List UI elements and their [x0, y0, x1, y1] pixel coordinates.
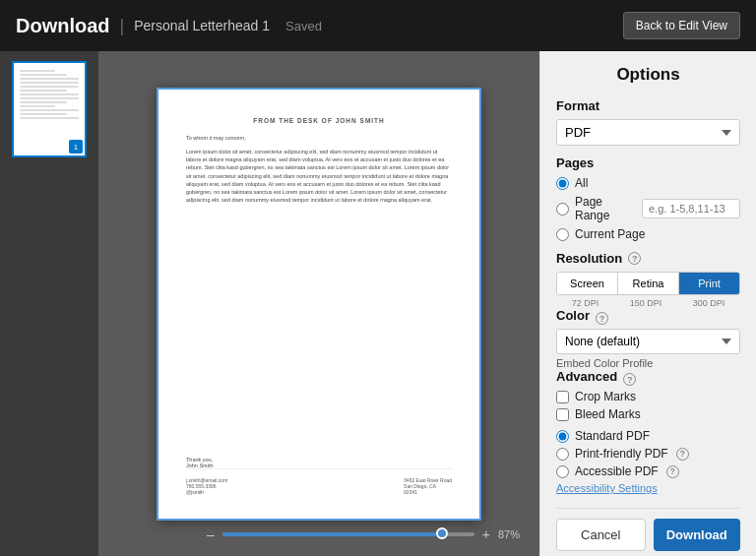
print-friendly-pdf-label: Print-friendly PDF [575, 447, 668, 461]
pages-current-row: Current Page [556, 227, 740, 241]
doc-footer-email: j.smith@email.com [186, 477, 227, 483]
doc-footer-address1: 3462 East River Road [404, 477, 452, 483]
bleed-marks-checkbox[interactable] [556, 408, 569, 421]
thumb-line [20, 93, 79, 95]
print-friendly-pdf-radio[interactable] [556, 448, 569, 461]
thumb-line [20, 105, 55, 107]
thumb-line [20, 117, 79, 119]
page-range-input[interactable] [642, 199, 740, 218]
pages-radio-group: All Page Range Current Page [556, 176, 740, 241]
app-title: Download [16, 15, 110, 37]
thumb-line [20, 74, 67, 76]
doc-footer-left: j.smith@email.com 760.555.3396 @jsmith [186, 477, 227, 495]
color-label: Color [556, 308, 590, 323]
dpi-print: 300 DPI [693, 298, 725, 308]
doc-footer-address3: 92041 [404, 489, 452, 495]
header: Download | Personal Letterhead 1 Saved B… [0, 0, 756, 51]
pages-range-radio[interactable] [556, 203, 569, 216]
dpi-screen: 72 DPI [572, 298, 599, 308]
zoom-in-icon[interactable]: + [482, 526, 490, 542]
accessible-help-icon[interactable]: ? [666, 465, 679, 478]
print-friendly-help-icon[interactable]: ? [676, 448, 689, 461]
zoom-out-icon[interactable]: – [207, 526, 215, 542]
header-divider: | [120, 16, 125, 36]
bleed-marks-label: Bleed Marks [575, 407, 641, 421]
resolution-print-button[interactable]: Print [679, 273, 739, 294]
doc-paragraph: Lorem ipsum dolor sit amet, consectetur … [186, 148, 452, 205]
cancel-button[interactable]: Cancel [556, 519, 646, 551]
thumb-line [20, 101, 67, 103]
pages-range-label: Page Range [575, 195, 636, 222]
document-paper: FROM THE DESK OF JOHN SMITH To whom it m… [157, 88, 481, 521]
accessible-pdf-radio[interactable] [556, 465, 569, 478]
dpi-retina: 150 DPI [630, 298, 662, 308]
standard-pdf-row: Standard PDF [556, 429, 740, 443]
accessibility-settings-link[interactable]: Accessibility Settings [556, 482, 740, 494]
thumb-line [20, 82, 79, 84]
print-friendly-pdf-row: Print-friendly PDF ? [556, 447, 740, 461]
page-number-badge: 1 [69, 140, 83, 154]
zoom-percent: 87% [498, 528, 530, 540]
resolution-screen-button[interactable]: Screen [557, 273, 618, 294]
pages-all-label: All [575, 176, 588, 190]
resolution-group: Screen Retina Print [556, 272, 740, 295]
zoom-slider-fill [222, 532, 442, 536]
doc-salutation: To whom it may concern, [186, 134, 452, 142]
back-to-edit-button[interactable]: Back to Edit View [623, 12, 740, 39]
format-label: Format [556, 98, 740, 113]
zoom-slider-thumb[interactable] [436, 527, 448, 539]
thumb-line [20, 109, 79, 111]
color-select[interactable]: None (default) CMYK RGB [556, 329, 740, 354]
crop-marks-label: Crop Marks [575, 390, 636, 403]
format-select[interactable]: PDF PNG JPEG [556, 119, 740, 146]
color-help-icon[interactable]: ? [596, 312, 608, 325]
options-panel: Options Format PDF PNG JPEG Pages All Pa… [539, 51, 756, 556]
page-thumbnail[interactable]: 1 [12, 61, 87, 157]
document-name: Personal Letterhead 1 [134, 18, 270, 33]
pdf-type-group: Standard PDF Print-friendly PDF ? Access… [556, 429, 740, 478]
resolution-help-icon[interactable]: ? [628, 252, 641, 265]
embed-color-profile: Embed Color Profile [556, 357, 740, 369]
thumb-line [20, 70, 55, 72]
pages-all-radio[interactable] [556, 177, 569, 190]
advanced-help-icon[interactable]: ? [623, 373, 636, 386]
thumb-line [20, 113, 67, 115]
document-preview: FROM THE DESK OF JOHN SMITH To whom it m… [98, 51, 539, 556]
resolution-retina-button[interactable]: Retina [618, 273, 679, 294]
thumb-line [20, 78, 79, 80]
zoom-bar: – + 87% [207, 526, 530, 542]
pages-label: Pages [556, 155, 740, 170]
thumbnail-sidebar: 1 [0, 51, 98, 556]
pages-current-label: Current Page [575, 227, 645, 241]
thumbnail-lines [16, 66, 83, 125]
pages-all-row: All [556, 176, 740, 190]
resolution-section-row: Resolution ? [556, 241, 740, 272]
standard-pdf-label: Standard PDF [575, 429, 650, 443]
advanced-section-row: Advanced ? [556, 369, 740, 390]
zoom-slider-track[interactable] [222, 532, 474, 536]
crop-marks-row: Crop Marks [556, 390, 740, 403]
doc-footer-right: 3462 East River Road San Diego, CA 92041 [404, 477, 452, 495]
doc-footer-social: @jsmith [186, 489, 227, 495]
thumb-line [20, 90, 67, 92]
pages-current-radio[interactable] [556, 228, 569, 241]
thumb-line [20, 86, 79, 88]
resolution-label: Resolution [556, 251, 622, 266]
options-title: Options [556, 65, 740, 85]
resolution-dpi-row: 72 DPI 150 DPI 300 DPI [556, 298, 740, 308]
accessible-pdf-row: Accessible PDF ? [556, 464, 740, 478]
pages-range-row: Page Range [556, 195, 740, 222]
saved-indicator: Saved [285, 19, 322, 33]
doc-signature: Thank you, John Smith [186, 457, 452, 468]
crop-marks-checkbox[interactable] [556, 391, 569, 403]
download-button[interactable]: Download [654, 519, 741, 551]
color-section-row: Color ? [556, 308, 740, 329]
doc-body: To whom it may concern, Lorem ipsum dolo… [186, 134, 452, 445]
doc-from-heading: FROM THE DESK OF JOHN SMITH [186, 117, 452, 124]
accessible-pdf-label: Accessible PDF [575, 464, 659, 478]
standard-pdf-radio[interactable] [556, 430, 569, 443]
doc-footer: j.smith@email.com 760.555.3396 @jsmith 3… [186, 468, 452, 495]
advanced-label: Advanced [556, 369, 617, 384]
bleed-marks-row: Bleed Marks [556, 407, 740, 421]
options-footer: Cancel Download [556, 508, 740, 551]
